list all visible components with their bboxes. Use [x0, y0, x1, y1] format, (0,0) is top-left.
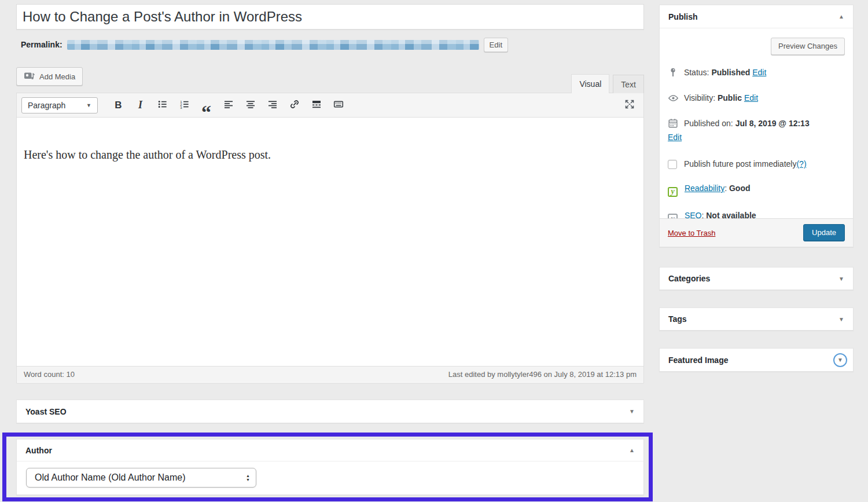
last-edited-text: Last edited by mollytyler496 on July 8, … — [448, 370, 637, 379]
author-select[interactable]: Old Author Name (Old Author Name) ▲ ▼ — [26, 468, 256, 488]
readability-row: y Readability: Good — [668, 182, 845, 197]
categories-panel-header[interactable]: Categories ▼ — [660, 268, 853, 290]
categories-panel: Categories ▼ — [659, 267, 854, 290]
featured-image-toggle-focus-ring[interactable]: ▼ — [833, 353, 847, 367]
main-column: Permalink: Edit Add Media Visual Text Pa… — [16, 0, 644, 502]
status-row: Status: Published Edit — [668, 67, 845, 80]
blockquote-button[interactable]: “ — [197, 97, 216, 113]
visibility-edit-link[interactable]: Edit — [744, 93, 758, 102]
insert-link-button[interactable] — [285, 97, 304, 113]
numbered-list-icon: 123 — [179, 99, 190, 112]
word-count-value: 10 — [66, 370, 74, 379]
yoast-seo-panel-header[interactable]: Yoast SEO ▼ — [17, 400, 643, 423]
permalink-url-redacted[interactable] — [67, 40, 479, 50]
collapse-down-icon[interactable]: ▼ — [838, 276, 844, 282]
tags-panel: Tags ▼ — [659, 307, 854, 331]
future-post-help-link[interactable]: (?) — [796, 159, 806, 168]
publish-panel-body: Preview Changes Status: Published Edit V… — [660, 28, 853, 219]
visibility-value: Public — [718, 93, 742, 102]
pin-icon — [668, 67, 679, 80]
yoast-seo-panel-title: Yoast SEO — [25, 407, 67, 416]
future-post-label: Publish future post immediately — [684, 159, 797, 168]
tab-visual[interactable]: Visual — [571, 74, 609, 93]
readability-colon: : — [724, 184, 727, 193]
add-media-button[interactable]: Add Media — [16, 67, 83, 86]
publish-panel: Publish ▲ Preview Changes Status: Publis… — [659, 5, 854, 247]
align-center-button[interactable] — [241, 97, 260, 113]
tags-panel-title: Tags — [668, 314, 687, 324]
keyboard-icon — [333, 99, 344, 112]
numbered-list-button[interactable]: 123 — [175, 97, 194, 113]
calendar-icon — [668, 118, 679, 131]
readability-link[interactable]: Readability — [685, 184, 724, 193]
bold-button[interactable]: B — [109, 97, 128, 113]
select-spinner-icon: ▲ ▼ — [246, 474, 250, 482]
word-count: Word count: 10 — [24, 370, 75, 379]
author-panel-title: Author — [25, 446, 52, 455]
collapse-down-icon[interactable]: ▼ — [838, 316, 844, 323]
preview-changes-button[interactable]: Preview Changes — [771, 38, 845, 55]
collapse-up-icon[interactable]: ▲ — [629, 447, 635, 453]
editor-content-area[interactable]: Here's how to change the author of a Wor… — [17, 118, 643, 366]
svg-text:3: 3 — [180, 105, 182, 109]
spinner-down-icon: ▼ — [246, 478, 250, 482]
categories-panel-title: Categories — [668, 274, 710, 283]
post-body-text: Here's how to change the author of a Wor… — [24, 146, 637, 163]
media-icon — [24, 71, 35, 83]
expand-arrows-icon — [624, 98, 635, 112]
bold-icon: B — [115, 100, 122, 111]
permalink-edit-button[interactable]: Edit — [484, 38, 508, 52]
published-on-value: Jul 8, 2019 @ 12:13 — [735, 119, 810, 128]
editor-mode-tabs: Visual Text — [571, 74, 644, 93]
wordpress-post-editor: Permalink: Edit Add Media Visual Text Pa… — [0, 0, 868, 502]
paragraph-style-dropdown[interactable]: Paragraph ▼ — [21, 97, 98, 113]
read-more-icon — [311, 99, 322, 112]
publish-panel-title: Publish — [668, 12, 698, 21]
sidebar: Publish ▲ Preview Changes Status: Publis… — [659, 0, 854, 502]
tags-panel-header[interactable]: Tags ▼ — [660, 308, 853, 330]
align-left-button[interactable] — [219, 97, 238, 113]
status-edit-link[interactable]: Edit — [752, 68, 766, 77]
update-button[interactable]: Update — [803, 224, 845, 241]
visibility-label: Visibility: — [684, 93, 715, 102]
collapse-up-icon[interactable]: ▲ — [838, 13, 844, 20]
publish-panel-header[interactable]: Publish ▲ — [660, 5, 853, 28]
bulleted-list-button[interactable] — [153, 97, 172, 113]
future-post-row: Publish future post immediately(?) — [668, 158, 845, 170]
italic-button[interactable]: I — [131, 97, 150, 113]
featured-image-panel-title: Featured Image — [668, 356, 728, 365]
published-on-edit-link[interactable]: Edit — [668, 131, 845, 143]
align-right-button[interactable] — [263, 97, 282, 113]
content-editor: Paragraph ▼ B I 123 “ Here's how to chan… — [16, 93, 644, 383]
read-more-button[interactable] — [307, 97, 326, 113]
permalink-label: Permalink: — [21, 40, 62, 49]
add-media-label: Add Media — [39, 72, 75, 81]
status-label: Status: — [684, 68, 709, 77]
post-title-input[interactable] — [16, 4, 644, 30]
bulleted-list-icon — [157, 99, 168, 112]
permalink-row: Permalink: Edit — [21, 37, 508, 52]
author-panel-highlight: Author ▲ Old Author Name (Old Author Nam… — [2, 433, 653, 501]
future-post-checkbox[interactable] — [668, 160, 677, 169]
author-panel-body: Old Author Name (Old Author Name) ▲ ▼ — [17, 461, 643, 494]
author-panel-header[interactable]: Author ▲ — [17, 439, 643, 461]
featured-image-panel-header[interactable]: Featured Image ▼ — [660, 349, 853, 371]
chevron-down-icon: ▼ — [86, 102, 91, 108]
tab-text[interactable]: Text — [613, 75, 644, 93]
toolbar-toggle-button[interactable] — [329, 97, 348, 113]
editor-statusbar: Word count: 10 Last edited by mollytyler… — [17, 366, 643, 382]
collapse-down-icon[interactable]: ▼ — [629, 408, 635, 415]
spinner-up-icon: ▲ — [246, 474, 250, 478]
italic-icon: I — [138, 99, 142, 111]
author-select-value: Old Author Name (Old Author Name) — [35, 472, 186, 483]
move-to-trash-link[interactable]: Move to Trash — [668, 229, 715, 237]
link-icon — [289, 99, 300, 112]
published-on-label: Published on: — [684, 119, 733, 128]
author-panel: Author ▲ Old Author Name (Old Author Nam… — [16, 439, 644, 495]
word-count-label: Word count: — [24, 370, 64, 379]
yoast-readability-icon: y — [668, 187, 678, 197]
featured-image-panel: Featured Image ▼ — [659, 348, 854, 372]
distraction-free-button[interactable] — [620, 97, 639, 113]
published-on-row: Published on: Jul 8, 2019 @ 12:13 Edit — [668, 118, 845, 143]
publish-panel-footer: Move to Trash Update — [660, 218, 853, 247]
